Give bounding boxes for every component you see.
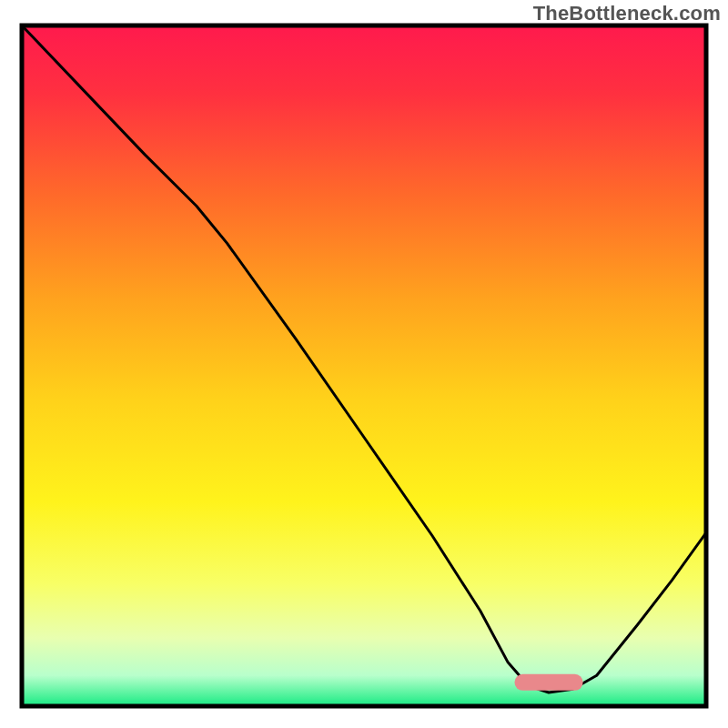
plot-area <box>22 25 706 706</box>
watermark-text: TheBottleneck.com <box>533 2 721 25</box>
bottleneck-chart <box>0 0 728 728</box>
optimal-marker <box>514 674 582 691</box>
chart-container: TheBottleneck.com <box>0 0 728 728</box>
